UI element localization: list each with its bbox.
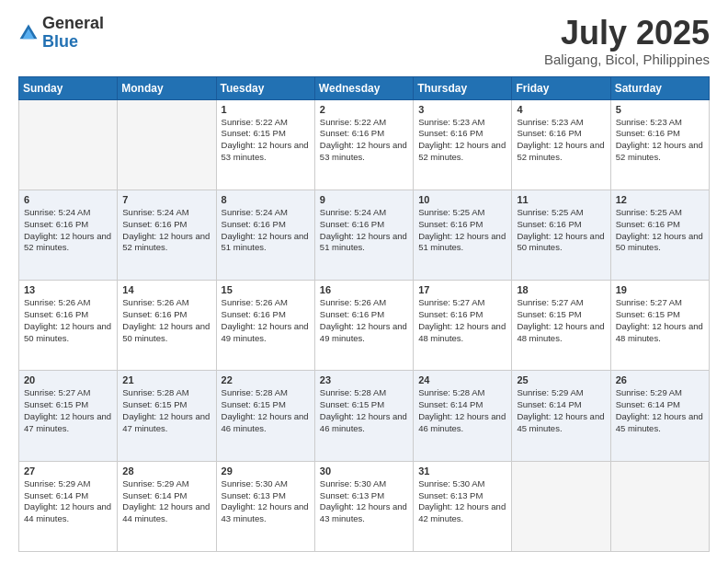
calendar-cell: 4Sunrise: 5:23 AM Sunset: 6:16 PM Daylig… (512, 99, 610, 190)
day-number: 14 (122, 284, 210, 295)
cell-info: Sunrise: 5:28 AM Sunset: 6:15 PM Dayligh… (122, 387, 210, 434)
header: General Blue July 2025 Baligang, Bicol, … (18, 15, 710, 67)
month-title: July 2025 (544, 15, 710, 52)
cell-info: Sunrise: 5:26 AM Sunset: 6:16 PM Dayligh… (320, 297, 408, 344)
calendar-cell: 15Sunrise: 5:26 AM Sunset: 6:16 PM Dayli… (216, 281, 314, 371)
day-number: 17 (418, 284, 506, 295)
weekday-header-row: Sunday Monday Tuesday Wednesday Thursday… (19, 76, 710, 99)
day-number: 12 (616, 194, 704, 205)
logo-icon (18, 23, 39, 43)
calendar-cell: 25Sunrise: 5:29 AM Sunset: 6:14 PM Dayli… (512, 371, 610, 461)
header-friday: Friday (512, 76, 610, 99)
calendar-cell: 30Sunrise: 5:30 AM Sunset: 6:13 PM Dayli… (314, 461, 413, 551)
day-number: 2 (320, 104, 408, 115)
logo-blue-text: Blue (42, 33, 104, 52)
calendar-table: Sunday Monday Tuesday Wednesday Thursday… (18, 76, 710, 552)
calendar-cell: 19Sunrise: 5:27 AM Sunset: 6:15 PM Dayli… (610, 281, 709, 371)
cell-info: Sunrise: 5:27 AM Sunset: 6:15 PM Dayligh… (24, 387, 112, 434)
page: General Blue July 2025 Baligang, Bicol, … (0, 0, 728, 563)
day-number: 21 (122, 374, 210, 385)
week-row-4: 20Sunrise: 5:27 AM Sunset: 6:15 PM Dayli… (19, 371, 710, 461)
cell-info: Sunrise: 5:30 AM Sunset: 6:13 PM Dayligh… (320, 478, 408, 525)
calendar-cell: 3Sunrise: 5:23 AM Sunset: 6:16 PM Daylig… (414, 99, 512, 190)
week-row-3: 13Sunrise: 5:26 AM Sunset: 6:16 PM Dayli… (19, 281, 710, 371)
day-number: 23 (320, 374, 408, 385)
day-number: 6 (24, 194, 112, 205)
cell-info: Sunrise: 5:24 AM Sunset: 6:16 PM Dayligh… (24, 207, 112, 254)
header-monday: Monday (118, 76, 216, 99)
calendar-cell (118, 99, 216, 190)
calendar-cell: 24Sunrise: 5:28 AM Sunset: 6:14 PM Dayli… (414, 371, 512, 461)
header-thursday: Thursday (414, 76, 512, 99)
calendar-cell: 16Sunrise: 5:26 AM Sunset: 6:16 PM Dayli… (314, 281, 413, 371)
cell-info: Sunrise: 5:24 AM Sunset: 6:16 PM Dayligh… (122, 207, 210, 254)
cell-info: Sunrise: 5:25 AM Sunset: 6:16 PM Dayligh… (616, 207, 704, 254)
calendar-cell: 18Sunrise: 5:27 AM Sunset: 6:15 PM Dayli… (512, 281, 610, 371)
calendar-cell (610, 461, 709, 551)
day-number: 18 (517, 284, 605, 295)
logo: General Blue (18, 15, 104, 52)
day-number: 9 (320, 194, 408, 205)
day-number: 27 (24, 465, 112, 477)
calendar-cell: 10Sunrise: 5:25 AM Sunset: 6:16 PM Dayli… (414, 190, 512, 280)
week-row-2: 6Sunrise: 5:24 AM Sunset: 6:16 PM Daylig… (19, 190, 710, 280)
header-tuesday: Tuesday (216, 76, 314, 99)
calendar-cell: 20Sunrise: 5:27 AM Sunset: 6:15 PM Dayli… (19, 371, 118, 461)
day-number: 31 (418, 465, 506, 477)
header-wednesday: Wednesday (314, 76, 413, 99)
cell-info: Sunrise: 5:28 AM Sunset: 6:15 PM Dayligh… (320, 387, 408, 434)
day-number: 8 (222, 194, 310, 205)
calendar-cell: 5Sunrise: 5:23 AM Sunset: 6:16 PM Daylig… (610, 99, 709, 190)
cell-info: Sunrise: 5:22 AM Sunset: 6:16 PM Dayligh… (320, 117, 408, 164)
calendar-cell: 28Sunrise: 5:29 AM Sunset: 6:14 PM Dayli… (118, 461, 216, 551)
calendar-cell: 23Sunrise: 5:28 AM Sunset: 6:15 PM Dayli… (314, 371, 413, 461)
cell-info: Sunrise: 5:27 AM Sunset: 6:15 PM Dayligh… (517, 297, 605, 344)
day-number: 3 (418, 104, 506, 115)
location-subtitle: Baligang, Bicol, Philippines (544, 52, 710, 67)
day-number: 25 (517, 374, 605, 385)
calendar-cell: 17Sunrise: 5:27 AM Sunset: 6:16 PM Dayli… (414, 281, 512, 371)
logo-text: General Blue (42, 15, 104, 52)
header-sunday: Sunday (19, 76, 118, 99)
calendar-cell: 13Sunrise: 5:26 AM Sunset: 6:16 PM Dayli… (19, 281, 118, 371)
calendar-cell: 6Sunrise: 5:24 AM Sunset: 6:16 PM Daylig… (19, 190, 118, 280)
cell-info: Sunrise: 5:22 AM Sunset: 6:15 PM Dayligh… (222, 117, 310, 164)
day-number: 24 (418, 374, 506, 385)
cell-info: Sunrise: 5:25 AM Sunset: 6:16 PM Dayligh… (418, 207, 506, 254)
calendar-cell: 26Sunrise: 5:29 AM Sunset: 6:14 PM Dayli… (610, 371, 709, 461)
day-number: 4 (517, 104, 605, 115)
cell-info: Sunrise: 5:30 AM Sunset: 6:13 PM Dayligh… (222, 478, 310, 525)
cell-info: Sunrise: 5:24 AM Sunset: 6:16 PM Dayligh… (222, 207, 310, 254)
day-number: 10 (418, 194, 506, 205)
calendar-cell (19, 99, 118, 190)
week-row-5: 27Sunrise: 5:29 AM Sunset: 6:14 PM Dayli… (19, 461, 710, 551)
day-number: 1 (222, 104, 310, 115)
calendar-cell: 1Sunrise: 5:22 AM Sunset: 6:15 PM Daylig… (216, 99, 314, 190)
calendar-cell: 31Sunrise: 5:30 AM Sunset: 6:13 PM Dayli… (414, 461, 512, 551)
calendar-cell: 22Sunrise: 5:28 AM Sunset: 6:15 PM Dayli… (216, 371, 314, 461)
day-number: 5 (616, 104, 704, 115)
day-number: 13 (24, 284, 112, 295)
cell-info: Sunrise: 5:23 AM Sunset: 6:16 PM Dayligh… (616, 117, 704, 164)
calendar-cell: 2Sunrise: 5:22 AM Sunset: 6:16 PM Daylig… (314, 99, 413, 190)
cell-info: Sunrise: 5:27 AM Sunset: 6:16 PM Dayligh… (418, 297, 506, 344)
calendar-cell: 7Sunrise: 5:24 AM Sunset: 6:16 PM Daylig… (118, 190, 216, 280)
cell-info: Sunrise: 5:29 AM Sunset: 6:14 PM Dayligh… (24, 478, 112, 525)
week-row-1: 1Sunrise: 5:22 AM Sunset: 6:15 PM Daylig… (19, 99, 710, 190)
day-number: 11 (517, 194, 605, 205)
day-number: 29 (222, 465, 310, 477)
calendar-cell: 29Sunrise: 5:30 AM Sunset: 6:13 PM Dayli… (216, 461, 314, 551)
day-number: 22 (222, 374, 310, 385)
header-saturday: Saturday (610, 76, 709, 99)
day-number: 30 (320, 465, 408, 477)
calendar-cell: 27Sunrise: 5:29 AM Sunset: 6:14 PM Dayli… (19, 461, 118, 551)
day-number: 16 (320, 284, 408, 295)
cell-info: Sunrise: 5:23 AM Sunset: 6:16 PM Dayligh… (418, 117, 506, 164)
cell-info: Sunrise: 5:24 AM Sunset: 6:16 PM Dayligh… (320, 207, 408, 254)
cell-info: Sunrise: 5:26 AM Sunset: 6:16 PM Dayligh… (122, 297, 210, 344)
cell-info: Sunrise: 5:28 AM Sunset: 6:14 PM Dayligh… (418, 387, 506, 434)
logo-general-text: General (42, 15, 104, 33)
cell-info: Sunrise: 5:23 AM Sunset: 6:16 PM Dayligh… (517, 117, 605, 164)
day-number: 7 (122, 194, 210, 205)
day-number: 19 (616, 284, 704, 295)
